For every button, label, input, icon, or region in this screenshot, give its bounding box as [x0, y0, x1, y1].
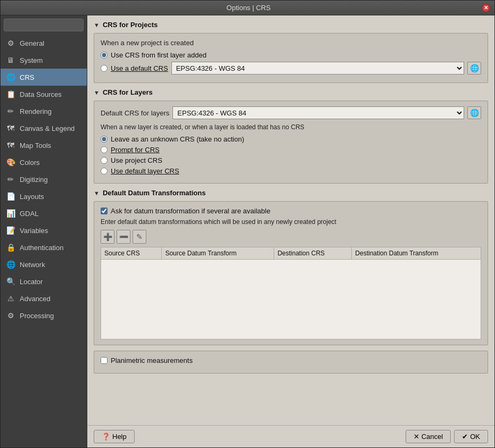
general-icon: ⚙ [6, 38, 15, 48]
crs-layers-globe-button[interactable]: 🌐 [467, 106, 481, 119]
search-box[interactable] [4, 19, 84, 31]
datum-header: ▼ Default Datum Transformations [94, 189, 488, 197]
cancel-button[interactable]: ✕ Cancel [406, 430, 451, 443]
crs-layers-box: Default CRS for layers EPSG:4326 - WGS 8… [94, 101, 488, 184]
datum-table: Source CRSSource Datum TransformDestinat… [101, 247, 481, 260]
titlebar: Options | CRS ✕ [1, 1, 494, 15]
help-icon: ❓ [102, 433, 110, 441]
locator-icon: 🔍 [6, 277, 15, 286]
use-default-layer-crs-label: Use default layer CRS [111, 167, 179, 175]
sidebar-item-gdal[interactable]: 📊 GDAL [1, 205, 87, 222]
sidebar-item-processing[interactable]: ⚙ Processing [1, 307, 87, 324]
datum-col-source-datum-transform: Source Datum Transform [162, 247, 274, 260]
datum-checkbox[interactable] [101, 208, 108, 214]
leave-unknown-radio[interactable] [101, 136, 108, 143]
authentication-icon: 🔒 [6, 243, 15, 252]
sidebar-item-crs[interactable]: 🌐 CRS [1, 69, 87, 86]
datum-add-button[interactable]: ➕ [101, 230, 114, 244]
sidebar-item-label-data-sources: Data Sources [20, 90, 62, 98]
datum-col-destination-crs: Destination CRS [274, 247, 352, 260]
canvas-legend-icon: 🗺 [6, 123, 15, 133]
layers-radio3-row: Use project CRS [101, 156, 481, 164]
advanced-icon: ⚠ [6, 294, 15, 303]
crs-layers-dropdown-row: Default CRS for layers EPSG:4326 - WGS 8… [101, 106, 481, 119]
datum-box: Ask for datum transformation if several … [94, 201, 488, 345]
rendering-icon: ✏ [6, 106, 15, 116]
ok-icon: ✔ [462, 433, 468, 441]
sidebar-item-advanced[interactable]: ⚠ Advanced [1, 290, 87, 307]
variables-icon: 📝 [6, 226, 15, 235]
crs-first-layer-radio[interactable] [101, 52, 108, 59]
main-content: ⚙ General 🖥 System 🌐 CRS 📋 Data Sources … [1, 15, 494, 447]
crs-default-select[interactable]: EPSG:4326 - WGS 84 [171, 62, 464, 74]
layers-radio1-row: Leave as an unknown CRS (take no action) [101, 135, 481, 143]
search-input[interactable] [7, 21, 80, 29]
sidebar-item-map-tools[interactable]: 🗺 Map Tools [1, 137, 87, 154]
sidebar-item-authentication[interactable]: 🔒 Authentication [1, 239, 87, 256]
sidebar-item-label-advanced: Advanced [20, 295, 51, 303]
crs-layers-title: CRS for Layers [103, 88, 153, 96]
datum-checkbox-label: Ask for datum transformation if several … [111, 207, 270, 215]
crs-layers-select[interactable]: EPSG:4326 - WGS 84 [172, 106, 464, 119]
use-project-crs-label: Use project CRS [111, 156, 162, 164]
layouts-icon: 📄 [6, 192, 15, 201]
crs-icon: 🌐 [6, 72, 15, 82]
crs-projects-radio2-row: Use a default CRS EPSG:4326 - WGS 84 🌐 [101, 62, 481, 74]
sidebar-item-label-canvas-legend: Canvas & Legend [20, 125, 75, 132]
crs-default-label: Use a default CRS [111, 64, 168, 72]
crs-projects-header: ▼ CRS for Projects [94, 21, 488, 29]
sidebar-item-variables[interactable]: 📝 Variables [1, 222, 87, 239]
footer-buttons: ❓ Help ✕ Cancel ✔ OK [87, 425, 494, 447]
crs-for-projects-section: ▼ CRS for Projects When a new project is… [94, 21, 488, 83]
main-panel: ▼ CRS for Projects When a new project is… [87, 15, 494, 447]
use-project-crs-radio[interactable] [101, 157, 108, 164]
sidebar-item-label-general: General [20, 39, 44, 47]
crs-globe-button[interactable]: 🌐 [467, 62, 481, 74]
network-icon: 🌐 [6, 260, 15, 269]
ok-label: OK [470, 433, 480, 441]
processing-icon: ⚙ [6, 311, 15, 320]
sidebar-item-label-colors: Colors [20, 159, 40, 167]
sidebar-item-digitizing[interactable]: ✏ Digitizing [1, 171, 87, 188]
datum-info-text: Enter default datum transformations whic… [101, 218, 481, 226]
cancel-label: Cancel [422, 433, 443, 441]
sidebar-item-network[interactable]: 🌐 Network [1, 256, 87, 273]
prompt-crs-radio[interactable] [101, 146, 108, 153]
help-button[interactable]: ❓ Help [94, 430, 135, 443]
close-button[interactable]: ✕ [482, 4, 490, 12]
use-default-layer-crs-radio[interactable] [101, 168, 108, 175]
sidebar-item-label-gdal: GDAL [20, 210, 38, 218]
ok-button[interactable]: ✔ OK [454, 430, 488, 443]
sidebar-item-label-layouts: Layouts [20, 193, 44, 201]
crs-projects-box: When a new project is created Use CRS fr… [94, 33, 488, 83]
datum-title: Default Datum Transformations [103, 189, 206, 197]
sidebar-item-data-sources[interactable]: 📋 Data Sources [1, 86, 87, 103]
sidebar-item-rendering[interactable]: ✏ Rendering [1, 103, 87, 120]
crs-projects-title: CRS for Projects [103, 21, 158, 29]
datum-remove-button[interactable]: ➖ [117, 230, 130, 244]
datum-arrow: ▼ [94, 190, 100, 196]
planimetric-section: Planimetric measurements [94, 351, 488, 374]
planimetric-label: Planimetric measurements [111, 356, 193, 364]
crs-layers-dropdown-label: Default CRS for layers [101, 109, 169, 117]
crs-layers-info: When a new layer is created, or when a l… [101, 123, 481, 131]
datum-toolbar: ➕ ➖ ✎ [101, 230, 481, 244]
sidebar-item-layouts[interactable]: 📄 Layouts [1, 188, 87, 205]
crs-default-radio[interactable] [101, 65, 108, 72]
cancel-icon: ✕ [414, 433, 419, 441]
gdal-icon: 📊 [6, 209, 15, 218]
sidebar-item-label-map-tools: Map Tools [20, 142, 51, 150]
datum-table-body-area [101, 260, 481, 339]
sidebar-item-label-processing: Processing [20, 312, 54, 320]
datum-edit-button[interactable]: ✎ [133, 230, 146, 244]
sidebar-item-system[interactable]: 🖥 System [1, 52, 87, 69]
window-title: Options | CRS [15, 4, 482, 12]
sidebar-item-canvas-legend[interactable]: 🗺 Canvas & Legend [1, 120, 87, 137]
sidebar-item-general[interactable]: ⚙ General [1, 35, 87, 52]
sidebar-item-locator[interactable]: 🔍 Locator [1, 273, 87, 290]
help-label: Help [112, 433, 127, 441]
system-icon: 🖥 [6, 55, 15, 65]
planimetric-checkbox[interactable] [101, 357, 108, 364]
sidebar-item-colors[interactable]: 🎨 Colors [1, 154, 87, 171]
main-window: Options | CRS ✕ ⚙ General 🖥 System 🌐 CRS… [0, 0, 495, 448]
